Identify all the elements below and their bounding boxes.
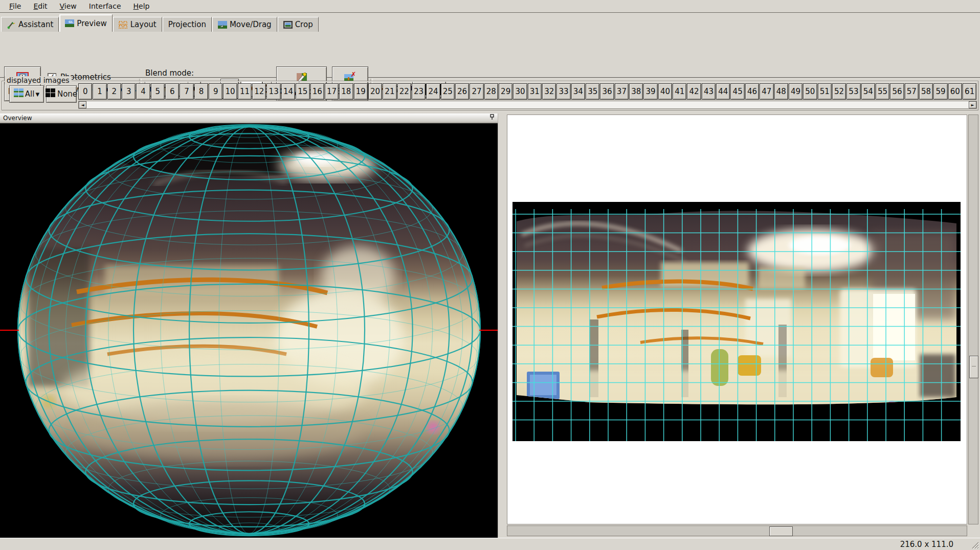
image-toggle-14[interactable]: 14 <box>281 83 295 100</box>
image-toggle-8[interactable]: 8 <box>194 83 208 100</box>
show-none-images-button[interactable]: None <box>46 85 77 103</box>
image-toggle-57[interactable]: 57 <box>905 83 919 100</box>
image-toggle-3[interactable]: 3 <box>122 83 136 100</box>
image-toggle-58[interactable]: 58 <box>919 83 933 100</box>
tab-move-drag[interactable]: Move/Drag <box>212 17 277 32</box>
image-toggle-27[interactable]: 27 <box>470 83 483 100</box>
image-toggle-39[interactable]: 39 <box>643 83 657 100</box>
image-toggle-16[interactable]: 16 <box>310 83 324 100</box>
preview-panel <box>506 113 980 538</box>
image-toggle-52[interactable]: 52 <box>832 83 846 100</box>
image-list-scrollbar[interactable]: ◄ ► <box>78 101 977 109</box>
image-toggle-51[interactable]: 51 <box>818 83 832 100</box>
image-toggle-53[interactable]: 53 <box>847 83 860 100</box>
image-toggle-49[interactable]: 49 <box>789 83 803 100</box>
menu-item-interface[interactable]: Interface <box>83 1 127 11</box>
image-toggle-37[interactable]: 37 <box>615 83 629 100</box>
overview-title: Overview <box>3 114 489 122</box>
menu-item-help[interactable]: Help <box>127 1 156 11</box>
image-toggle-35[interactable]: 35 <box>586 83 599 100</box>
menu-item-edit[interactable]: Edit <box>27 1 53 11</box>
preview-vertical-scrollbar-thumb[interactable] <box>969 356 978 378</box>
image-toggle-25[interactable]: 25 <box>441 83 455 100</box>
image-toggle-1[interactable]: 1 <box>93 83 106 100</box>
scroll-left-icon[interactable]: ◄ <box>79 101 86 108</box>
image-toggle-21[interactable]: 21 <box>383 83 396 100</box>
show-all-images-button[interactable]: All ▼ <box>9 85 44 103</box>
image-toggle-15[interactable]: 15 <box>296 83 309 100</box>
tab-label: Layout <box>130 20 157 29</box>
scroll-right-icon[interactable]: ► <box>969 101 976 108</box>
image-toggle-50[interactable]: 50 <box>803 83 817 100</box>
image-toggle-41[interactable]: 41 <box>673 83 686 100</box>
image-toggle-30[interactable]: 30 <box>513 83 527 100</box>
image-toggle-0[interactable]: 0 <box>78 83 92 100</box>
preview-vertical-scrollbar[interactable] <box>968 114 978 524</box>
image-toggle-61[interactable]: 61 <box>963 83 976 100</box>
image-toggle-59[interactable]: 59 <box>933 83 947 100</box>
image-toggle-44[interactable]: 44 <box>716 83 730 100</box>
image-toggle-19[interactable]: 19 <box>354 83 368 100</box>
image-toggle-32[interactable]: 32 <box>542 83 556 100</box>
svg-text:GL: GL <box>69 20 73 24</box>
move-drag-icon <box>218 21 227 29</box>
image-toggle-42[interactable]: 42 <box>687 83 701 100</box>
image-toggle-11[interactable]: 11 <box>238 83 252 100</box>
image-toggle-29[interactable]: 29 <box>499 83 513 100</box>
image-toggle-60[interactable]: 60 <box>948 83 962 100</box>
pano-size-text: 216.0 x 111.0 <box>900 540 953 549</box>
pin-icon[interactable] <box>489 114 495 122</box>
image-toggle-56[interactable]: 56 <box>890 83 904 100</box>
image-toggle-36[interactable]: 36 <box>600 83 614 100</box>
image-toggle-28[interactable]: 28 <box>484 83 498 100</box>
image-toggle-46[interactable]: 46 <box>745 83 759 100</box>
image-toggle-9[interactable]: 9 <box>209 83 222 100</box>
panel-splitter[interactable] <box>498 113 507 538</box>
image-toggle-4[interactable]: 4 <box>136 83 150 100</box>
tab-preview[interactable]: GLPreview <box>59 14 112 32</box>
layout-icon <box>119 21 128 29</box>
all-label: All <box>25 89 35 99</box>
image-toggle-12[interactable]: 12 <box>252 83 266 100</box>
tab-crop[interactable]: Crop <box>278 17 319 32</box>
image-toggle-48[interactable]: 48 <box>774 83 788 100</box>
menu-item-file[interactable]: File <box>3 1 27 11</box>
image-toggle-33[interactable]: 33 <box>556 83 570 100</box>
image-toggle-18[interactable]: 18 <box>339 83 353 100</box>
tab-projection[interactable]: Projection <box>163 17 212 32</box>
image-toggle-45[interactable]: 45 <box>730 83 744 100</box>
image-list-scrollbar-trough[interactable] <box>86 101 969 108</box>
image-toggle-34[interactable]: 34 <box>571 83 585 100</box>
tab-assistant[interactable]: Assistant <box>1 17 59 32</box>
image-toggle-13[interactable]: 13 <box>266 83 280 100</box>
image-toggle-40[interactable]: 40 <box>658 83 672 100</box>
image-toggle-26[interactable]: 26 <box>455 83 469 100</box>
image-toggle-5[interactable]: 5 <box>151 83 165 100</box>
image-toggle-17[interactable]: 17 <box>325 83 339 100</box>
resize-grip[interactable] <box>970 540 979 549</box>
crop-icon <box>283 21 293 29</box>
image-toggle-7[interactable]: 7 <box>180 83 193 100</box>
preview-horizontal-scrollbar[interactable] <box>507 525 967 536</box>
panosphere-canvas[interactable] <box>0 123 498 538</box>
tab-label: Move/Drag <box>230 20 272 29</box>
image-toggle-20[interactable]: 20 <box>368 83 382 100</box>
image-toggle-24[interactable]: 24 <box>426 83 440 100</box>
image-toggle-6[interactable]: 6 <box>165 83 179 100</box>
image-toggle-54[interactable]: 54 <box>861 83 875 100</box>
image-toggle-31[interactable]: 31 <box>528 83 542 100</box>
image-toggle-2[interactable]: 2 <box>107 83 121 100</box>
menu-item-view[interactable]: View <box>54 1 83 11</box>
image-toggle-23[interactable]: 23 <box>412 83 426 100</box>
image-toggle-22[interactable]: 22 <box>397 83 411 100</box>
panorama-preview-image <box>513 202 961 441</box>
image-toggle-10[interactable]: 10 <box>223 83 237 100</box>
image-toggle-47[interactable]: 47 <box>760 83 773 100</box>
image-toggle-43[interactable]: 43 <box>702 83 716 100</box>
tab-layout[interactable]: Layout <box>113 17 162 32</box>
image-toggle-38[interactable]: 38 <box>629 83 643 100</box>
all-images-icon <box>14 88 24 100</box>
panorama-canvas[interactable] <box>507 114 967 524</box>
image-toggle-55[interactable]: 55 <box>876 83 889 100</box>
preview-horizontal-scrollbar-thumb[interactable] <box>769 526 793 536</box>
